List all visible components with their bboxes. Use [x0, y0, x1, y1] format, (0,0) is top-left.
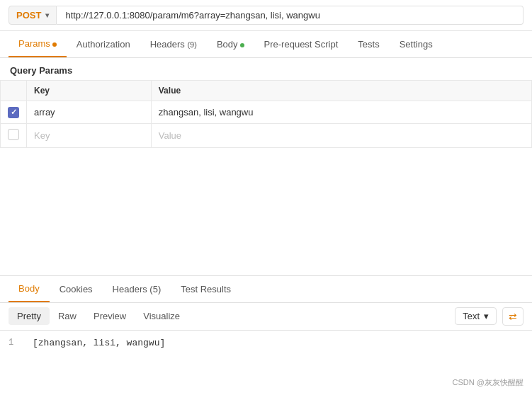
url-input[interactable] [57, 6, 523, 25]
wrap-icon: ⇄ [509, 311, 517, 322]
response-tab-headers[interactable]: Headers (5) [103, 277, 171, 302]
url-bar: POST ▾ [0, 0, 532, 31]
text-format-chevron: ▾ [484, 311, 489, 321]
params-table: Key Value array zhangsan, lisi, wangwu K… [0, 80, 532, 148]
col-key: Key [27, 81, 152, 101]
text-format-select[interactable]: Text ▾ [455, 307, 497, 325]
tab-tests[interactable]: Tests [348, 32, 389, 57]
param-key-placeholder[interactable]: Key [27, 123, 152, 147]
format-bar: Pretty Raw Preview Visualize Text ▾ ⇄ [0, 303, 532, 331]
table-row: array zhangsan, lisi, wangwu [1, 101, 532, 124]
param-value-placeholder[interactable]: Value [151, 123, 531, 147]
query-params-title: Query Params [0, 58, 532, 80]
table-row-empty: Key Value [1, 123, 532, 147]
param-value[interactable]: zhangsan, lisi, wangwu [151, 101, 531, 124]
response-tab-body[interactable]: Body [9, 276, 50, 302]
method-select[interactable]: POST ▾ [9, 6, 57, 25]
row-checkbox-checked[interactable] [8, 107, 19, 118]
row-checkbox-empty[interactable] [8, 129, 19, 140]
param-key[interactable]: array [27, 101, 152, 124]
middle-area [0, 148, 532, 275]
format-tab-preview[interactable]: Preview [85, 307, 135, 325]
text-format-label: Text [463, 311, 480, 321]
response-tab-cookies[interactable]: Cookies [50, 277, 103, 302]
line-content: [zhangsan, lisi, wangwu] [33, 338, 165, 348]
method-chevron: ▾ [45, 11, 49, 19]
col-checkbox [1, 81, 27, 101]
tab-params[interactable]: Params [9, 31, 67, 57]
response-body: 1 [zhangsan, lisi, wangwu] [0, 331, 532, 355]
tab-body[interactable]: Body [207, 32, 254, 57]
format-tab-visualize[interactable]: Visualize [135, 307, 188, 325]
response-line: 1 [zhangsan, lisi, wangwu] [0, 336, 532, 350]
response-tab-test-results[interactable]: Test Results [171, 277, 241, 302]
params-dot [52, 42, 57, 47]
body-dot [240, 43, 244, 47]
response-tabs: Body Cookies Headers (5) Test Results [0, 276, 532, 303]
watermark: CSDN @灰灰快醒醒 [453, 377, 523, 388]
wrap-button[interactable]: ⇄ [502, 307, 523, 326]
tab-pre-request[interactable]: Pre-request Script [254, 32, 349, 57]
line-number: 1 [9, 338, 26, 348]
col-value: Value [151, 81, 531, 101]
tab-authorization[interactable]: Authorization [67, 32, 140, 57]
tab-headers[interactable]: Headers (9) [140, 32, 207, 57]
method-label: POST [16, 10, 41, 21]
format-tab-raw[interactable]: Raw [50, 307, 85, 325]
tab-settings[interactable]: Settings [390, 32, 443, 57]
format-tab-pretty[interactable]: Pretty [9, 307, 50, 325]
request-tabs: Params Authorization Headers (9) Body Pr… [0, 31, 532, 58]
